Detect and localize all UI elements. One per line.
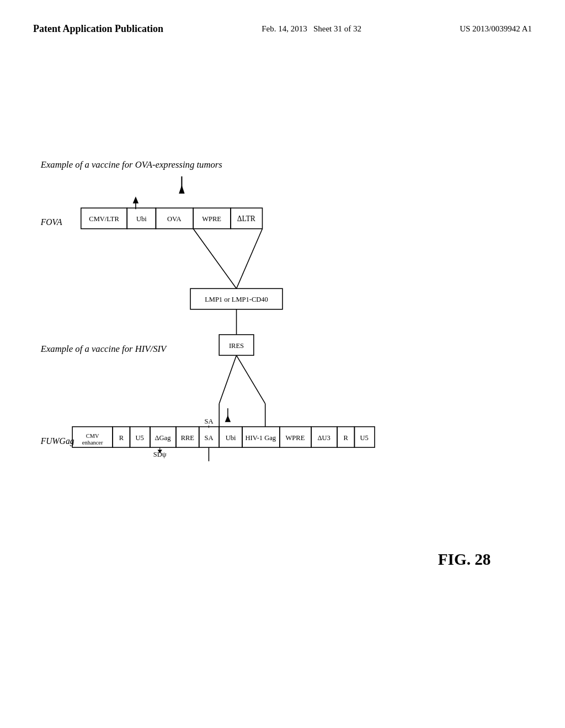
hiv1-gag-block: HIV-1 Gag bbox=[246, 434, 276, 442]
svg-line-25 bbox=[193, 229, 236, 289]
u5-block-1: U5 bbox=[136, 434, 144, 442]
rre-block: RRE bbox=[181, 434, 195, 442]
main-content: Example of a vaccine for OVA-expressing … bbox=[0, 47, 565, 709]
cmv-enhancer-block2: enhancer bbox=[82, 440, 103, 446]
fig-label: FIG. 28 bbox=[438, 550, 491, 568]
svg-marker-1 bbox=[179, 185, 184, 194]
u5-block-2: U5 bbox=[360, 434, 369, 442]
svg-marker-8 bbox=[133, 196, 138, 204]
ires-block: IRES bbox=[229, 342, 244, 350]
patent-number: US 2013/0039942 A1 bbox=[460, 22, 532, 35]
delta-ltr-block: ΔLTR bbox=[237, 215, 256, 223]
svg-line-26 bbox=[237, 229, 263, 289]
wpre-block-2: WPRE bbox=[286, 434, 305, 442]
svg-marker-35 bbox=[225, 415, 231, 422]
r-block-1: R bbox=[119, 434, 124, 442]
delta-u3-block: ΔU3 bbox=[317, 434, 330, 442]
delta-gag-block: ΔGag bbox=[155, 434, 172, 442]
page-header: Patent Application Publication Feb. 14, … bbox=[0, 0, 565, 47]
wpre-block-1: WPRE bbox=[202, 215, 221, 223]
fova-label: FOVA bbox=[40, 218, 62, 227]
svg-line-29 bbox=[219, 355, 236, 404]
sa-label-above: SA bbox=[204, 418, 213, 426]
svg-line-30 bbox=[237, 355, 265, 404]
cmv-ltr-block: CMV/LTR bbox=[89, 215, 119, 223]
header-date-sheet: Feb. 14, 2013 Sheet 31 of 32 bbox=[262, 22, 361, 35]
ubi-block-1: Ubi bbox=[136, 215, 147, 223]
fuwgag-label: FUWGag bbox=[40, 436, 74, 446]
diagram-svg: Example of a vaccine for OVA-expressing … bbox=[0, 47, 565, 709]
ubi-block-2: Ubi bbox=[226, 434, 236, 442]
sa-block: SA bbox=[204, 434, 213, 442]
lmp1-block: LMP1 or LMP1-CD40 bbox=[205, 296, 268, 303]
ova-block: OVA bbox=[167, 215, 182, 223]
r-block-2: R bbox=[344, 434, 349, 442]
publication-title: Patent Application Publication bbox=[33, 22, 163, 36]
cmv-enhancer-block: CMV bbox=[86, 433, 99, 439]
example-hiv-label: Example of a vaccine for HIV/SIV bbox=[40, 344, 167, 354]
example-ova-label: Example of a vaccine for OVA-expressing … bbox=[40, 159, 222, 170]
